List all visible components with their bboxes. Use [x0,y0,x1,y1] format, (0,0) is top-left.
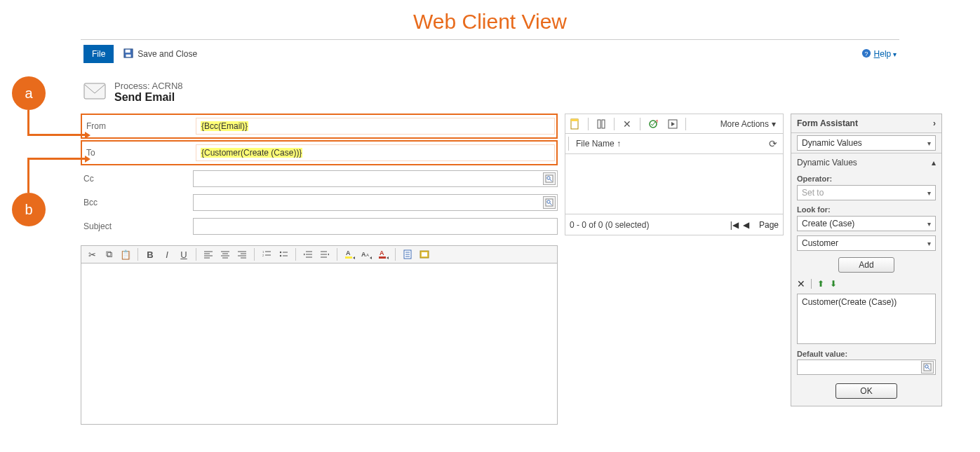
remove-item-button[interactable]: ✕ [797,278,805,289]
insert-article-button[interactable] [417,247,432,261]
lookfor-attribute-value: Customer [802,238,838,248]
svg-rect-2 [126,54,131,57]
callout-a: a [12,76,46,110]
bold-button[interactable]: B [142,247,158,261]
attach-file-icon[interactable] [594,117,608,131]
chevron-down-icon: ▾ [927,220,931,228]
more-actions-button[interactable]: More Actions ▾ [720,119,780,129]
paste-button[interactable]: 📋 [118,247,133,261]
form-header: Process: ACRN8 Send Email [83,81,899,104]
svg-marker-42 [353,256,355,259]
attachments-toolbar: ✕ More Actions ▾ [565,114,784,133]
attachments-grid-header: File Name ↑ ⟳ [565,133,784,154]
cut-button[interactable]: ✂ [84,247,100,261]
help-dropdown-icon: ▾ [891,50,897,58]
prev-page-button[interactable]: ◀ [743,220,749,230]
svg-marker-48 [387,256,389,259]
bcc-lookup-button[interactable] [543,196,556,209]
process-line: Process: ACRN8 [114,81,183,91]
attachments-grid-body[interactable] [565,154,784,214]
help-link[interactable]: ? Help ▾ [861,48,899,60]
crm-form-frame: a b File Save and Close ? Help ▾ Process… [81,39,899,425]
from-input[interactable]: {Bcc(Email)} [196,118,555,135]
svg-rect-56 [571,119,578,121]
svg-marker-45 [370,256,372,259]
form-title: Send Email [114,91,183,104]
move-down-button[interactable]: ⬇ [830,279,837,289]
to-highlight-box: To {Customer(Create (Case))} [81,140,558,165]
attachments-section: ✕ More Actions ▾ File Name ↑ ⟳ [565,114,784,235]
default-value-input[interactable] [797,359,936,375]
more-actions-label: More Actions [720,119,769,129]
bcc-input[interactable] [193,194,558,211]
refresh-check-icon[interactable] [646,117,660,131]
svg-text:A: A [361,251,366,258]
svg-point-28 [280,252,281,253]
svg-text:A: A [346,249,351,256]
form-assistant-panel: Form Assistant › Dynamic Values ▾ Dynami… [791,114,942,406]
first-page-button[interactable]: |◀ [730,220,739,230]
help-icon: ? [861,48,871,60]
default-value-lookup-button[interactable] [921,361,934,374]
assistant-section-select[interactable]: Dynamic Values ▾ [797,135,936,151]
save-and-close-label: Save and Close [137,49,197,59]
delete-icon[interactable]: ✕ [620,117,634,131]
lookfor-entity-select[interactable]: Create (Case) ▾ [797,216,936,231]
indent-button[interactable] [317,247,333,261]
cc-lookup-button[interactable] [543,172,556,185]
svg-rect-47 [379,256,386,259]
cc-label: Cc [81,174,193,184]
font-size-button[interactable]: AA [358,247,374,261]
attachments-grid-footer: 0 - 0 of 0 (0 selected) |◀ ◀ Page [565,214,784,235]
list-item[interactable]: Customer(Create (Case)) [802,297,931,307]
underline-button[interactable]: U [176,247,192,261]
outdent-button[interactable] [300,247,316,261]
add-button[interactable]: Add [838,257,894,273]
from-highlight-box: From {Bcc(Email)} [81,114,558,139]
align-right-button[interactable] [234,247,250,261]
numbered-list-button[interactable]: 12 [259,247,274,261]
copy-button[interactable]: ⧉ [101,247,116,261]
email-body-editor[interactable] [81,263,558,425]
lookfor-attribute-select[interactable]: Customer ▾ [797,235,936,251]
align-center-button[interactable] [217,247,233,261]
rich-text-toolbar: ✂ ⧉ 📋 B I U 12 [81,245,558,263]
to-label: To [83,148,196,158]
svg-marker-39 [328,254,329,256]
svg-marker-35 [304,254,305,256]
ok-button[interactable]: OK [835,383,897,399]
italic-button[interactable]: I [159,247,175,261]
cc-input[interactable] [193,170,558,187]
operator-label: Operator: [791,172,941,183]
from-value: {Bcc(Email)} [201,121,248,131]
refresh-icon[interactable]: ⟳ [766,138,780,149]
font-color-button[interactable]: A [375,247,391,261]
insert-template-button[interactable] [400,247,415,261]
dynamic-values-tools: ✕ ⬆ ⬇ [791,274,941,294]
file-name-column-header[interactable]: File Name ↑ [576,139,766,149]
svg-text:A: A [380,249,384,256]
highlight-color-button[interactable]: A [342,247,357,261]
align-left-button[interactable] [201,247,216,261]
help-label-underline: H [874,49,880,59]
svg-text:?: ? [864,50,868,57]
from-label: From [83,121,196,131]
help-label-rest: elp [880,49,891,59]
subject-label: Subject [81,221,193,231]
save-and-close-button[interactable]: Save and Close [123,48,197,60]
section-collapse-icon[interactable]: ▴ [932,158,936,167]
to-input[interactable]: {Customer(Create (Case))} [196,144,555,161]
bullet-list-button[interactable] [276,247,291,261]
dynamic-values-list[interactable]: Customer(Create (Case)) [797,294,936,344]
new-attachment-icon[interactable] [568,117,582,131]
operator-select[interactable]: Set to ▾ [797,185,936,200]
selection-summary: 0 - 0 of 0 (0 selected) [570,220,649,230]
move-up-button[interactable]: ⬆ [817,279,824,289]
email-icon [83,83,106,102]
run-report-icon[interactable] [666,117,680,131]
panel-collapse-icon[interactable]: › [933,118,936,128]
subject-input[interactable] [193,218,558,235]
command-bar: File Save and Close ? Help ▾ [81,44,899,64]
svg-text:A: A [366,253,369,257]
file-button[interactable]: File [83,45,114,63]
